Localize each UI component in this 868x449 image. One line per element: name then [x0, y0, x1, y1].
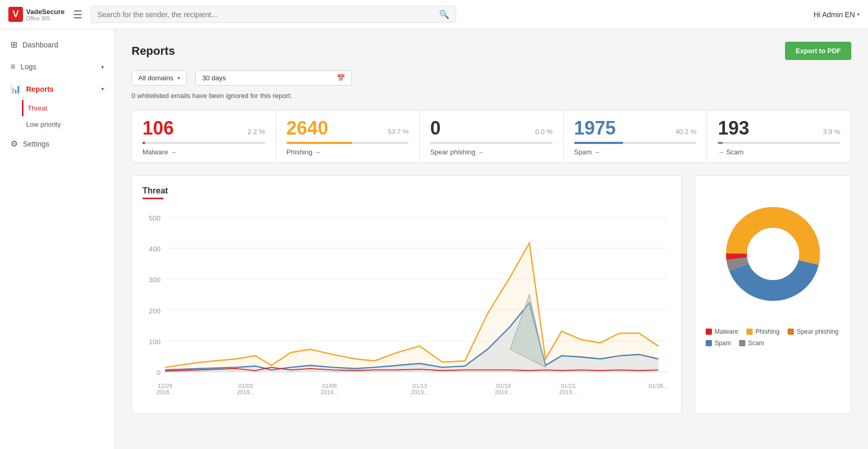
svg-text:01/13: 01/13 — [412, 383, 427, 389]
sidebar-sub-reports: Threat Low priority — [0, 100, 114, 132]
stat-card-spear: 0 0.0 % Spear phishing → — [420, 111, 564, 162]
header: V VadeSecure Office 365 ☰ 🔍 Hi Admin EN … — [0, 0, 868, 29]
settings-icon: ⚙ — [10, 139, 18, 149]
sidebar-sub-item-threat[interactable]: Threat — [22, 100, 114, 116]
user-chevron-icon[interactable]: ▾ — [857, 11, 860, 17]
domain-filter[interactable]: All domains ▾ — [132, 70, 187, 86]
date-filter[interactable]: 30 days 📅 — [195, 70, 352, 86]
phishing-bar — [287, 142, 409, 144]
spam-value: 1975 — [574, 119, 616, 138]
sidebar-item-settings[interactable]: ⚙ Settings — [0, 132, 114, 155]
spam-pct: 40.2 % — [675, 128, 696, 138]
legend-phishing: Phishing — [746, 328, 779, 335]
spam-label[interactable]: Spam → — [574, 148, 697, 156]
filters: All domains ▾ 30 days 📅 — [132, 70, 851, 86]
svg-text:01/08: 01/08 — [322, 383, 337, 389]
svg-text:2019...: 2019... — [320, 389, 338, 395]
sidebar-item-logs[interactable]: ≡ Logs ▾ — [0, 56, 114, 78]
svg-text:01/18: 01/18 — [496, 383, 511, 389]
svg-text:2019...: 2019... — [411, 389, 429, 395]
export-pdf-button[interactable]: Export to PDF — [785, 42, 851, 60]
chart-area: Threat 500 400 300 200 100 0 — [132, 175, 851, 414]
user-info: Hi Admin EN ▾ — [814, 10, 860, 19]
app: V VadeSecure Office 365 ☰ 🔍 Hi Admin EN … — [0, 0, 868, 449]
user-label: Hi Admin EN — [814, 10, 855, 19]
spear-arrow-icon: → — [478, 149, 484, 156]
sidebar: ⊞ Dashboard ≡ Logs ▾ 📊 Reports ▾ Threat … — [0, 29, 115, 449]
phishing-label[interactable]: Phishing → — [287, 148, 409, 156]
hamburger-icon[interactable]: ☰ — [73, 8, 82, 21]
svg-text:2018...: 2018... — [156, 389, 174, 395]
search-input[interactable] — [98, 10, 439, 19]
malware-pct: 2.2 % — [247, 128, 265, 138]
malware-bar — [142, 142, 265, 144]
search-bar: 🔍 — [91, 6, 456, 23]
svg-text:400: 400 — [149, 245, 161, 253]
logo-text: VadeSecure Office 365 — [26, 8, 65, 21]
phishing-value: 2640 — [287, 119, 328, 138]
spear-bar — [430, 142, 553, 144]
legend-scam-label: Scam — [748, 339, 764, 347]
svg-marker-12 — [165, 243, 658, 372]
sidebar-label-settings: Settings — [23, 140, 50, 148]
svg-text:2019...: 2019... — [559, 389, 577, 395]
stat-card-spam: 1975 40.2 % Spam → — [564, 111, 708, 162]
legend-spam-dot — [706, 340, 712, 346]
spam-bar — [574, 142, 697, 144]
svg-text:100: 100 — [149, 338, 161, 346]
logo: V VadeSecure Office 365 — [8, 7, 65, 22]
svg-text:2019...: 2019... — [495, 389, 513, 395]
legend-spear: Spear phishing — [788, 328, 838, 335]
body: ⊞ Dashboard ≡ Logs ▾ 📊 Reports ▾ Threat … — [0, 29, 868, 449]
whitelist-note: 0 whitelisted emails have been ignored f… — [132, 92, 851, 100]
sidebar-label-logs: Logs — [20, 63, 36, 71]
scam-pct: 3.9 % — [823, 128, 840, 138]
dashboard-icon: ⊞ — [10, 40, 17, 50]
sidebar-item-dashboard[interactable]: ⊞ Dashboard — [0, 33, 114, 56]
stat-card-phishing: 2640 53.7 % Phishing → — [276, 111, 420, 162]
date-filter-label: 30 days — [202, 74, 332, 82]
stat-card-malware: 106 2.2 % Malware → — [132, 111, 276, 162]
legend-malware: Malware — [706, 328, 738, 335]
legend-spam-label: Spam — [715, 339, 731, 347]
legend-scam-dot — [739, 340, 745, 346]
reports-chevron-icon: ▾ — [101, 86, 104, 92]
donut-chart-container: Malware Phishing Spear phishing Spa — [695, 175, 851, 414]
malware-label[interactable]: Malware → — [142, 148, 265, 156]
sidebar-sub-item-low-priority[interactable]: Low priority — [26, 116, 114, 132]
scam-label[interactable]: → Scam — [718, 148, 840, 156]
scam-arrow-icon: → — [718, 149, 724, 156]
legend-phishing-dot — [746, 329, 753, 335]
scam-bar — [718, 142, 840, 144]
domain-chevron-icon: ▾ — [177, 75, 180, 81]
legend-malware-dot — [706, 329, 712, 335]
malware-value: 106 — [142, 119, 174, 138]
spam-bar-fill — [574, 142, 623, 144]
spear-value: 0 — [430, 119, 441, 138]
scam-bar-fill — [718, 142, 722, 144]
svg-text:01/03: 01/03 — [239, 383, 253, 389]
logo-icon: V — [8, 7, 23, 22]
sidebar-item-reports[interactable]: 📊 Reports ▾ — [0, 78, 114, 100]
donut-chart — [716, 197, 830, 313]
legend-scam: Scam — [739, 339, 764, 347]
chart-title: Threat — [142, 186, 671, 196]
spear-pct: 0.0 % — [536, 128, 553, 138]
scam-value: 193 — [718, 119, 749, 138]
stats-row: 106 2.2 % Malware → 2640 53.7 % — [132, 110, 851, 163]
phishing-bar-fill — [287, 142, 352, 144]
svg-text:500: 500 — [149, 214, 161, 222]
calendar-icon: 📅 — [337, 74, 345, 82]
search-icon: 🔍 — [439, 9, 449, 19]
chart-svg-wrap: 500 400 300 200 100 0 — [142, 208, 671, 403]
legend-spam: Spam — [706, 339, 731, 347]
spear-label[interactable]: Spear phishing → — [430, 148, 553, 156]
phishing-arrow-icon: → — [314, 149, 320, 156]
svg-text:300: 300 — [149, 276, 161, 284]
sidebar-label-dashboard: Dashboard — [22, 41, 58, 49]
donut-svg — [716, 197, 830, 311]
sidebar-label-reports: Reports — [26, 85, 54, 93]
svg-text:12/29: 12/29 — [158, 383, 172, 389]
malware-bar-fill — [142, 142, 145, 144]
line-chart-svg: 500 400 300 200 100 0 — [142, 208, 671, 401]
